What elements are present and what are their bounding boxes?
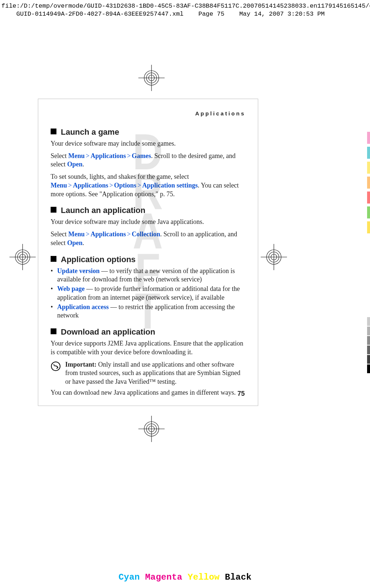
chapter-title: Applications (51, 110, 245, 117)
nav-menu: Menu (68, 152, 84, 159)
color-swatch (367, 192, 370, 204)
color-swatch (367, 147, 370, 159)
breadcrumb-separator-icon: > (67, 182, 73, 189)
yellow-label: Yellow (188, 572, 220, 582)
color-calibration-strip (367, 132, 370, 374)
list-item: Web page — to provide further informatio… (57, 285, 245, 302)
heading-square-icon (51, 129, 56, 134)
cyan-label: Cyan (118, 572, 139, 582)
gray-swatch (367, 336, 370, 345)
black-label: Black (225, 572, 252, 582)
list-item: Application access — to restrict the app… (57, 303, 245, 320)
color-swatches-bottom (367, 317, 370, 373)
breadcrumb-separator-icon: > (84, 230, 90, 238)
gray-swatch (367, 346, 370, 354)
important-text: Important: Only install and use applicat… (65, 360, 245, 386)
important-block: Important: Only install and use applicat… (51, 360, 245, 386)
registration-mark-right-icon (261, 244, 287, 270)
launch-game-p1: Your device software may include some ga… (51, 139, 245, 148)
launch-game-path: Select Menu>Applications>Games. Scroll t… (51, 152, 245, 169)
application-options-list: Update version — to verify that a new ve… (51, 267, 245, 320)
page-frame: D R A F T Applications Launch a game You… (38, 99, 258, 406)
section-heading-app-options: Application options (51, 254, 245, 265)
nav-games: Games (132, 152, 151, 159)
file-path-header: file:/D:/temp/overmode/GUID-431D2638-1BD… (1, 2, 370, 18)
color-swatch (367, 132, 370, 144)
launch-app-path: Select Menu>Applications>Collection. Scr… (51, 230, 245, 248)
breadcrumb-separator-icon: > (136, 182, 142, 189)
gray-swatch (367, 355, 370, 364)
registration-mark-top-icon (138, 65, 165, 91)
gray-swatch (367, 327, 370, 335)
breadcrumb-separator-icon: > (108, 182, 114, 189)
download-p2: You can download new Java applications a… (51, 388, 245, 397)
list-item: Update version — to verify that a new ve… (57, 267, 245, 284)
heading-square-icon (51, 207, 56, 213)
breadcrumb-separator-icon: > (126, 152, 132, 159)
cmyk-footer: Cyan Magenta Yellow Black (0, 572, 370, 582)
gray-swatch (367, 364, 370, 373)
file-path-line2: GUID-0114949A-2FD0-4027-894A-63EEE925744… (1, 11, 325, 17)
breadcrumb-separator-icon: > (84, 152, 90, 159)
gray-swatch (367, 317, 370, 326)
color-swatch (367, 162, 370, 174)
section-heading-launch-app: Launch an application (51, 205, 245, 216)
magenta-label: Magenta (145, 572, 182, 582)
registration-mark-bottom-icon (138, 416, 165, 442)
launch-app-p1: Your device software may include some Ja… (51, 218, 245, 226)
page-number: 75 (237, 390, 245, 398)
nav-applications: Applications (91, 152, 126, 159)
heading-square-icon (51, 256, 56, 262)
heading-square-icon (51, 328, 56, 334)
registration-mark-left-icon (9, 244, 36, 270)
download-p1: Your device supports J2ME Java applicati… (51, 339, 245, 357)
nav-open: Open (67, 161, 82, 168)
color-swatch (367, 206, 370, 218)
color-swatch (367, 177, 370, 189)
file-path-line1: file:/D:/temp/overmode/GUID-431D2638-1BD… (1, 3, 370, 9)
breadcrumb-separator-icon: > (126, 230, 132, 238)
important-icon (51, 361, 61, 386)
section-heading-launch-game: Launch a game (51, 127, 245, 137)
launch-game-p3: To set sounds, lights, and shakes for th… (51, 173, 245, 198)
section-heading-download-app: Download an application (51, 327, 245, 337)
color-swatch (367, 221, 370, 233)
color-swatches-top (367, 132, 370, 233)
